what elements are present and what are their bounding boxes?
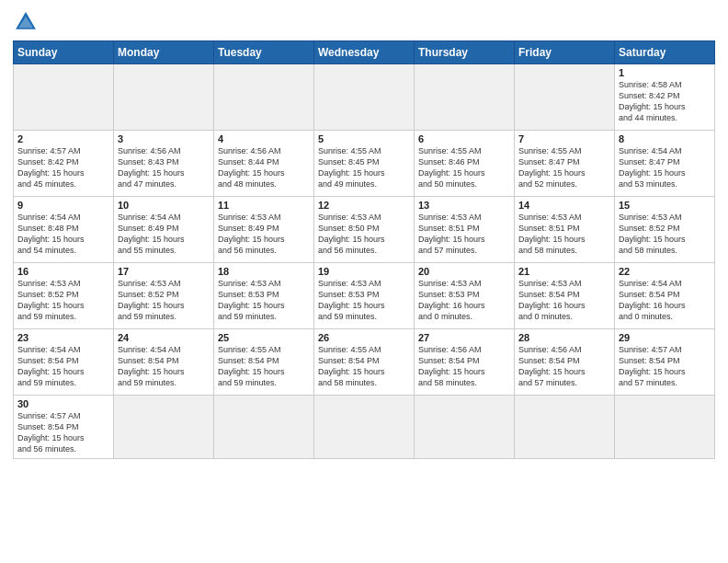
day-number: 11	[218, 200, 310, 211]
day-info: Sunrise: 4:53 AM Sunset: 8:52 PM Dayligh…	[17, 278, 109, 323]
calendar-cell: 16Sunrise: 4:53 AM Sunset: 8:52 PM Dayli…	[14, 263, 114, 329]
calendar-cell	[14, 64, 114, 131]
day-info: Sunrise: 4:55 AM Sunset: 8:54 PM Dayligh…	[318, 344, 410, 389]
day-number: 30	[17, 398, 109, 409]
day-info: Sunrise: 4:55 AM Sunset: 8:54 PM Dayligh…	[218, 344, 310, 389]
day-info: Sunrise: 4:54 AM Sunset: 8:48 PM Dayligh…	[17, 212, 109, 257]
day-info: Sunrise: 4:57 AM Sunset: 8:54 PM Dayligh…	[619, 344, 711, 389]
calendar-cell: 25Sunrise: 4:55 AM Sunset: 8:54 PM Dayli…	[214, 329, 314, 396]
day-number: 19	[318, 266, 410, 277]
day-number: 21	[518, 266, 610, 277]
day-number: 29	[619, 332, 711, 343]
calendar-cell: 30Sunrise: 4:57 AM Sunset: 8:54 PM Dayli…	[14, 396, 114, 459]
weekday-header-thursday: Thursday	[415, 41, 515, 64]
weekday-header-wednesday: Wednesday	[314, 41, 415, 64]
day-info: Sunrise: 4:53 AM Sunset: 8:52 PM Dayligh…	[118, 278, 210, 323]
calendar-cell: 24Sunrise: 4:54 AM Sunset: 8:54 PM Dayli…	[114, 329, 214, 396]
day-number: 14	[518, 200, 610, 211]
day-number: 5	[318, 133, 410, 144]
calendar-cell: 1Sunrise: 4:58 AM Sunset: 8:42 PM Daylig…	[615, 64, 715, 131]
day-number: 28	[518, 332, 610, 343]
day-info: Sunrise: 4:54 AM Sunset: 8:49 PM Dayligh…	[118, 212, 210, 257]
day-number: 20	[418, 266, 510, 277]
day-info: Sunrise: 4:53 AM Sunset: 8:52 PM Dayligh…	[619, 212, 711, 257]
calendar-cell: 5Sunrise: 4:55 AM Sunset: 8:45 PM Daylig…	[314, 131, 415, 197]
day-info: Sunrise: 4:55 AM Sunset: 8:46 PM Dayligh…	[418, 145, 510, 190]
day-number: 12	[318, 200, 410, 211]
day-info: Sunrise: 4:53 AM Sunset: 8:51 PM Dayligh…	[418, 212, 510, 257]
day-number: 6	[418, 133, 510, 144]
day-number: 26	[318, 332, 410, 343]
calendar-cell: 21Sunrise: 4:53 AM Sunset: 8:54 PM Dayli…	[515, 263, 615, 329]
day-info: Sunrise: 4:54 AM Sunset: 8:54 PM Dayligh…	[118, 344, 210, 389]
weekday-header-monday: Monday	[114, 41, 214, 64]
calendar-cell: 11Sunrise: 4:53 AM Sunset: 8:49 PM Dayli…	[214, 197, 314, 263]
calendar-cell: 15Sunrise: 4:53 AM Sunset: 8:52 PM Dayli…	[615, 197, 715, 263]
day-number: 17	[118, 266, 210, 277]
calendar-cell: 18Sunrise: 4:53 AM Sunset: 8:53 PM Dayli…	[214, 263, 314, 329]
calendar-cell	[415, 396, 515, 459]
header	[13, 9, 715, 35]
calendar-cell: 22Sunrise: 4:54 AM Sunset: 8:54 PM Dayli…	[615, 263, 715, 329]
day-number: 25	[218, 332, 310, 343]
day-info: Sunrise: 4:55 AM Sunset: 8:47 PM Dayligh…	[518, 145, 610, 190]
day-info: Sunrise: 4:55 AM Sunset: 8:45 PM Dayligh…	[318, 145, 410, 190]
day-number: 24	[118, 332, 210, 343]
calendar-cell: 27Sunrise: 4:56 AM Sunset: 8:54 PM Dayli…	[415, 329, 515, 396]
calendar-cell: 8Sunrise: 4:54 AM Sunset: 8:47 PM Daylig…	[615, 131, 715, 197]
calendar-cell	[114, 396, 214, 459]
day-info: Sunrise: 4:53 AM Sunset: 8:49 PM Dayligh…	[218, 212, 310, 257]
day-info: Sunrise: 4:57 AM Sunset: 8:54 PM Dayligh…	[17, 410, 109, 455]
calendar-cell	[114, 64, 214, 131]
day-info: Sunrise: 4:53 AM Sunset: 8:54 PM Dayligh…	[518, 278, 610, 323]
calendar-week-row: 16Sunrise: 4:53 AM Sunset: 8:52 PM Dayli…	[14, 263, 715, 329]
day-number: 23	[17, 332, 109, 343]
day-info: Sunrise: 4:53 AM Sunset: 8:53 PM Dayligh…	[218, 278, 310, 323]
calendar-cell: 12Sunrise: 4:53 AM Sunset: 8:50 PM Dayli…	[314, 197, 415, 263]
day-info: Sunrise: 4:53 AM Sunset: 8:51 PM Dayligh…	[518, 212, 610, 257]
calendar-cell: 26Sunrise: 4:55 AM Sunset: 8:54 PM Dayli…	[314, 329, 415, 396]
day-number: 3	[118, 133, 210, 144]
day-info: Sunrise: 4:54 AM Sunset: 8:54 PM Dayligh…	[17, 344, 109, 389]
day-info: Sunrise: 4:54 AM Sunset: 8:47 PM Dayligh…	[619, 145, 711, 190]
calendar-cell: 19Sunrise: 4:53 AM Sunset: 8:53 PM Dayli…	[314, 263, 415, 329]
calendar-week-row: 23Sunrise: 4:54 AM Sunset: 8:54 PM Dayli…	[14, 329, 715, 396]
day-number: 27	[418, 332, 510, 343]
weekday-header-saturday: Saturday	[615, 41, 715, 64]
calendar-cell: 29Sunrise: 4:57 AM Sunset: 8:54 PM Dayli…	[615, 329, 715, 396]
day-number: 10	[118, 200, 210, 211]
day-info: Sunrise: 4:57 AM Sunset: 8:42 PM Dayligh…	[17, 145, 109, 190]
day-number: 22	[619, 266, 711, 277]
day-info: Sunrise: 4:54 AM Sunset: 8:54 PM Dayligh…	[619, 278, 711, 323]
day-info: Sunrise: 4:56 AM Sunset: 8:44 PM Dayligh…	[218, 145, 310, 190]
day-info: Sunrise: 4:58 AM Sunset: 8:42 PM Dayligh…	[619, 79, 711, 124]
calendar-week-row: 2Sunrise: 4:57 AM Sunset: 8:42 PM Daylig…	[14, 131, 715, 197]
calendar-cell: 17Sunrise: 4:53 AM Sunset: 8:52 PM Dayli…	[114, 263, 214, 329]
calendar-cell	[314, 396, 415, 459]
weekday-header-tuesday: Tuesday	[214, 41, 314, 64]
logo	[13, 9, 42, 35]
calendar-cell: 6Sunrise: 4:55 AM Sunset: 8:46 PM Daylig…	[415, 131, 515, 197]
calendar-cell	[515, 64, 615, 131]
day-number: 15	[619, 200, 711, 211]
calendar-cell	[314, 64, 415, 131]
calendar-cell: 4Sunrise: 4:56 AM Sunset: 8:44 PM Daylig…	[214, 131, 314, 197]
calendar-cell: 23Sunrise: 4:54 AM Sunset: 8:54 PM Dayli…	[14, 329, 114, 396]
weekday-header-row: SundayMondayTuesdayWednesdayThursdayFrid…	[14, 41, 715, 64]
calendar-cell: 14Sunrise: 4:53 AM Sunset: 8:51 PM Dayli…	[515, 197, 615, 263]
calendar-cell: 28Sunrise: 4:56 AM Sunset: 8:54 PM Dayli…	[515, 329, 615, 396]
day-info: Sunrise: 4:53 AM Sunset: 8:50 PM Dayligh…	[318, 212, 410, 257]
page: SundayMondayTuesdayWednesdayThursdayFrid…	[0, 0, 728, 563]
calendar-cell	[415, 64, 515, 131]
calendar: SundayMondayTuesdayWednesdayThursdayFrid…	[13, 40, 715, 459]
day-number: 4	[218, 133, 310, 144]
calendar-cell: 20Sunrise: 4:53 AM Sunset: 8:53 PM Dayli…	[415, 263, 515, 329]
day-info: Sunrise: 4:56 AM Sunset: 8:43 PM Dayligh…	[118, 145, 210, 190]
calendar-cell: 13Sunrise: 4:53 AM Sunset: 8:51 PM Dayli…	[415, 197, 515, 263]
day-info: Sunrise: 4:53 AM Sunset: 8:53 PM Dayligh…	[418, 278, 510, 323]
logo-icon	[13, 9, 39, 35]
day-info: Sunrise: 4:56 AM Sunset: 8:54 PM Dayligh…	[418, 344, 510, 389]
calendar-cell: 7Sunrise: 4:55 AM Sunset: 8:47 PM Daylig…	[515, 131, 615, 197]
day-number: 13	[418, 200, 510, 211]
day-number: 1	[619, 67, 711, 78]
